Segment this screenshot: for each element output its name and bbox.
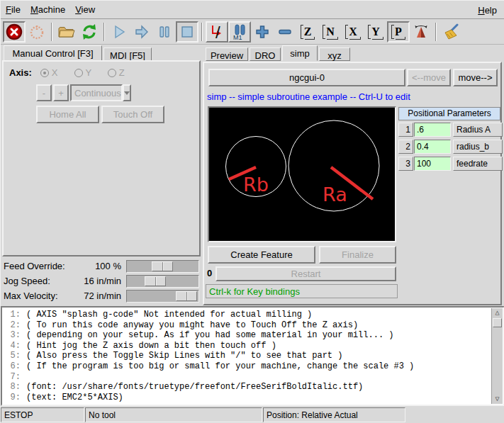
gcode-line: 4:( Hint jog the Z axis down a bit then … (2, 341, 503, 351)
param-entry-radius-a[interactable] (414, 123, 451, 137)
tab-manual-control[interactable]: Manual Control [F3] (4, 45, 102, 61)
tab-preview[interactable]: Preview (206, 47, 248, 61)
view-x-button[interactable]: X (342, 21, 364, 43)
manual-control-frame: Axis: X Y Z - + Continuous Home All Touc… (2, 60, 201, 256)
scrollbar-thumb[interactable] (493, 318, 502, 327)
jog-mode-value: Continuous (70, 84, 123, 101)
view-y-button[interactable]: Y (364, 21, 387, 43)
status-position: Position: Relative Actual (263, 407, 405, 422)
jog-minus-button[interactable]: - (36, 84, 52, 101)
jog-plus-button[interactable]: + (53, 84, 69, 101)
toolbar-separator (435, 23, 437, 41)
scroll-down-icon[interactable]: ▽ (492, 395, 503, 404)
subroutine-description: simp -- simple subroutine example -- Ctr… (207, 91, 410, 102)
optional-pause-toggle[interactable]: M1 (228, 21, 251, 43)
scroll-up-icon[interactable]: △ (492, 308, 503, 317)
positional-parameters-header: Positional Parameters (398, 107, 500, 120)
view-z2-button[interactable]: N (319, 21, 342, 43)
preview-drawing: Rb Ra (209, 108, 395, 241)
menu-machine[interactable]: Machine (26, 2, 70, 17)
jog-speed-row: Jog Speed: 16 in/min (1, 275, 201, 288)
gcode-line: 6:( If the program is too big or small f… (2, 361, 503, 372)
feed-override-label: Feed Override: (4, 261, 65, 271)
axis-main-window: File Machine View Help (0, 0, 504, 423)
tab-dro[interactable]: DRO (250, 47, 281, 61)
estop-button[interactable] (3, 21, 26, 43)
home-all-button[interactable]: Home All (36, 106, 99, 123)
tab-mdi[interactable]: MDI [F5] (103, 47, 152, 61)
clear-plot-button[interactable] (439, 21, 462, 43)
pause-icon (156, 23, 173, 40)
gcode-line: 5:( Also press the Toggle Skip Lines wit… (2, 351, 503, 361)
axis-y-label: Y (85, 67, 91, 78)
rotate-button[interactable] (410, 21, 432, 43)
axis-radio-x[interactable]: X (40, 67, 57, 78)
ngcgui-instance-label: ngcgui-0 (208, 69, 405, 86)
jog-speed-label: Jog Speed: (4, 276, 50, 286)
menu-file[interactable]: File (1, 2, 26, 17)
param-entry-radius-b[interactable] (414, 140, 451, 154)
zoom-out-icon (276, 23, 293, 40)
axis-radio-z[interactable]: Z (108, 67, 125, 78)
slider-handle[interactable] (145, 276, 166, 286)
view-z-button[interactable]: Z (296, 21, 319, 43)
machine-power-button[interactable] (26, 21, 48, 43)
axis-radio-y[interactable]: Y (74, 67, 91, 78)
stop-button[interactable] (176, 21, 198, 43)
finalize-button[interactable]: Finalize (319, 246, 396, 264)
zoom-out-button[interactable] (274, 21, 296, 43)
toolbar-separator (103, 23, 105, 41)
reload-icon (81, 23, 98, 40)
param-entry-feedrate[interactable] (414, 157, 451, 171)
jog-speed-slider[interactable] (126, 275, 199, 288)
create-feature-button[interactable]: Create Feature (208, 246, 315, 264)
tab-xyz[interactable]: xyz (319, 47, 350, 61)
preview-canvas[interactable]: Rb Ra (208, 106, 396, 242)
menu-help[interactable]: Help (473, 3, 502, 18)
move-right-button[interactable]: move--> (453, 69, 498, 86)
max-velocity-slider[interactable] (126, 290, 199, 303)
slider-handle[interactable] (152, 261, 173, 271)
move-left-button[interactable]: <--move (407, 69, 451, 86)
gcode-line: 9:(text: EMC2*5*AXIS) (2, 393, 503, 403)
gcode-text-area[interactable]: 1:( AXIS "splash g-code" Not intended fo… (1, 306, 504, 406)
optional-pause-icon: M1 (231, 23, 248, 40)
open-file-button[interactable] (55, 21, 78, 43)
gcode-scrollbar[interactable]: △ ▽ (491, 308, 503, 404)
menu-view[interactable]: View (70, 2, 100, 17)
status-estop: ESTOP (1, 407, 84, 422)
radius-a-label: Ra (323, 184, 347, 205)
chevron-down-icon[interactable] (123, 84, 131, 101)
skip-lines-toggle[interactable]: / (206, 21, 228, 43)
pause-button[interactable] (153, 21, 176, 43)
restart-count: 0 (207, 268, 212, 278)
view-p-button[interactable]: P (387, 21, 410, 43)
toolbar-separator (51, 23, 52, 41)
gcode-line: 8:(font: /usr/share/fonts/truetype/freef… (2, 382, 503, 393)
view-z-icon: Z (304, 26, 312, 38)
machine-power-icon (28, 23, 45, 40)
zoom-in-button[interactable] (251, 21, 274, 43)
slider-handle[interactable] (176, 291, 197, 301)
svg-text:M1: M1 (233, 34, 242, 40)
toolbar: / M1 Z N X Y (1, 20, 504, 45)
view-x-icon: X (349, 26, 357, 38)
touch-off-button[interactable]: Touch Off (101, 106, 164, 123)
max-velocity-value: 72 in/min (57, 291, 121, 301)
view-y-icon: Y (371, 26, 380, 38)
estop-icon (6, 23, 23, 40)
tab-simp[interactable]: simp (282, 45, 318, 61)
rotate-icon (413, 23, 430, 40)
radius-b-label: Rb (243, 174, 269, 196)
gcode-line: 7: (2, 372, 503, 383)
jog-speed-value: 16 in/min (57, 276, 121, 286)
run-button[interactable] (108, 21, 130, 43)
reload-button[interactable] (78, 21, 101, 43)
step-button[interactable] (130, 21, 153, 43)
zoom-in-icon (254, 23, 271, 40)
feed-override-slider[interactable] (126, 260, 199, 273)
jog-mode-combobox[interactable]: Continuous (70, 84, 130, 101)
feed-override-value: 100 % (57, 261, 121, 271)
svg-text:/: / (215, 23, 220, 40)
restart-button[interactable]: Restart (215, 266, 396, 281)
